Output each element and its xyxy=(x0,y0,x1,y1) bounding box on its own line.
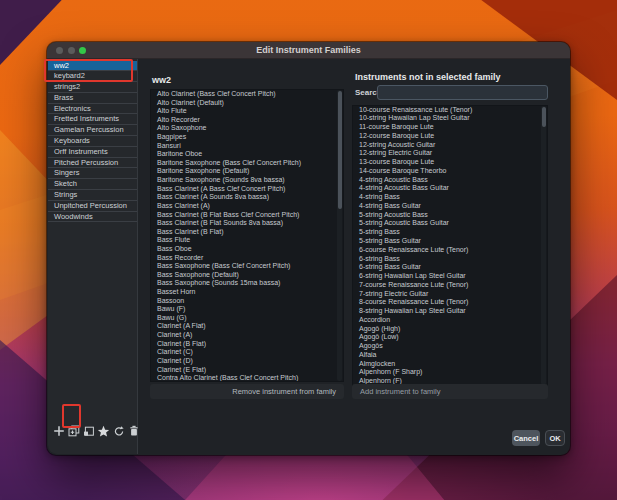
rename-icon xyxy=(83,425,95,437)
family-instrument-row[interactable]: Bass Saxophone (Sounds 15ma bassa) xyxy=(151,279,343,288)
zoom-button[interactable] xyxy=(79,47,86,54)
available-instrument-row[interactable]: 6-string Hawaiian Lap Steel Guitar xyxy=(353,272,547,281)
available-instrument-row[interactable]: 13-course Baroque Lute xyxy=(353,158,547,167)
available-instrument-row[interactable]: Accordion xyxy=(353,316,547,325)
family-list-item[interactable]: Gamelan Percussion xyxy=(48,125,137,136)
family-instrument-row[interactable]: Bass Flute xyxy=(151,236,343,245)
close-button[interactable] xyxy=(56,47,63,54)
family-instrument-row[interactable]: Alto Clarinet (Default) xyxy=(151,99,343,108)
family-list-item[interactable]: Fretted Instruments xyxy=(48,114,137,125)
available-instrument-row[interactable]: Agogô (High) xyxy=(353,325,547,334)
family-instrument-row[interactable]: Bansuri xyxy=(151,142,343,151)
family-list-item[interactable]: Singers xyxy=(48,168,137,179)
delete-family-button[interactable] xyxy=(127,423,140,439)
cancel-button[interactable]: Cancel xyxy=(512,430,540,446)
family-list-item[interactable]: Strings xyxy=(48,190,137,201)
ok-button[interactable]: OK xyxy=(545,430,565,446)
family-instrument-row[interactable]: Bass Saxophone (Default) xyxy=(151,271,343,280)
family-instrument-row[interactable]: Clarinet (C) xyxy=(151,348,343,357)
family-instrument-row[interactable]: Clarinet (D) xyxy=(151,357,343,366)
family-list-item[interactable]: Pitched Percussion xyxy=(48,158,137,169)
family-instrument-row[interactable]: Baritone Saxophone (Sounds 8va bassa) xyxy=(151,176,343,185)
available-instrument-row[interactable]: 10-course Renaissance Lute (Tenor) xyxy=(353,106,547,115)
available-instrument-row[interactable]: 12-string Electric Guitar xyxy=(353,149,547,158)
available-instrument-row[interactable]: 7-string Electric Guitar xyxy=(353,290,547,299)
family-instrument-row[interactable]: Alto Saxophone xyxy=(151,124,343,133)
available-instrument-row[interactable]: 6-string Bass Guitar xyxy=(353,263,547,272)
family-list-item[interactable]: Woodwinds xyxy=(48,212,137,223)
search-input[interactable] xyxy=(377,85,548,100)
family-instrument-row[interactable]: Alto Recorder xyxy=(151,116,343,125)
available-instrument-row[interactable]: 6-course Renaissance Lute (Tenor) xyxy=(353,246,547,255)
available-instrument-row[interactable]: 5-string Bass xyxy=(353,228,547,237)
available-instrument-row[interactable]: 6-string Bass xyxy=(353,255,547,264)
family-instrument-row[interactable]: Bass Clarinet (A Sounds 8va bassa) xyxy=(151,193,343,202)
scrollbar-thumb[interactable] xyxy=(338,91,342,209)
family-instrument-row[interactable]: Clarinet (A) xyxy=(151,331,343,340)
available-instrument-row[interactable]: 5-string Bass Guitar xyxy=(353,237,547,246)
available-instrument-row[interactable]: 5-string Acoustic Bass Guitar xyxy=(353,219,547,228)
family-instrument-row[interactable]: Basset Horn xyxy=(151,288,343,297)
available-instrument-row[interactable]: 4-string Acoustic Bass xyxy=(353,176,547,185)
family-instrument-row[interactable]: Clarinet (B Flat) xyxy=(151,340,343,349)
available-instrument-row[interactable]: 8-course Renaissance Lute (Tenor) xyxy=(353,298,547,307)
edit-instrument-families-dialog: Edit Instrument Families ww2keybard2stri… xyxy=(47,42,570,455)
available-instrument-row[interactable]: 14-course Baroque Theorbo xyxy=(353,167,547,176)
family-instrument-row[interactable]: Bass Clarinet (B Flat Bass Clef Concert … xyxy=(151,211,343,220)
family-list-item[interactable]: strings2 xyxy=(48,82,137,93)
family-instrument-row[interactable]: Clarinet (E Flat) xyxy=(151,366,343,375)
family-instrument-row[interactable]: Clarinet (A Flat) xyxy=(151,322,343,331)
family-instrument-row[interactable]: Contra Alto Clarinet (Bass Clef Concert … xyxy=(151,374,343,382)
available-instrument-row[interactable]: 4-string Bass xyxy=(353,193,547,202)
favorite-family-button[interactable] xyxy=(97,423,110,439)
family-instrument-row[interactable]: Baritone Saxophone (Bass Clef Concert Pi… xyxy=(151,159,343,168)
available-instrument-row[interactable]: 7-course Renaissance Lute (Tenor) xyxy=(353,281,547,290)
families-list: ww2keybard2strings2BrassElectronicsFrett… xyxy=(48,61,137,223)
minimize-button[interactable] xyxy=(68,47,75,54)
titlebar: Edit Instrument Families xyxy=(47,42,570,59)
reset-families-button[interactable] xyxy=(112,423,125,439)
available-instrument-row[interactable]: 10-string Hawaiian Lap Steel Guitar xyxy=(353,114,547,123)
available-instrument-row[interactable]: 4-string Acoustic Bass Guitar xyxy=(353,184,547,193)
available-instrument-row[interactable]: 12-string Acoustic Guitar xyxy=(353,141,547,150)
reset-icon xyxy=(113,425,125,437)
family-instrument-row[interactable]: Bawu (F) xyxy=(151,305,343,314)
available-instrument-row[interactable]: 12-course Baroque Lute xyxy=(353,132,547,141)
family-instrument-row[interactable]: Bawu (G) xyxy=(151,314,343,323)
family-instrument-row[interactable]: Bass Oboe xyxy=(151,245,343,254)
family-list-item[interactable]: Sketch xyxy=(48,179,137,190)
available-instrument-row[interactable]: Alpenhorn (F Sharp) xyxy=(353,368,547,377)
family-instrument-row[interactable]: Bagpipes xyxy=(151,133,343,142)
family-instrument-row[interactable]: Bass Saxophone (Bass Clef Concert Pitch) xyxy=(151,262,343,271)
family-list-item[interactable]: Orff Instruments xyxy=(48,147,137,158)
available-instrument-row[interactable]: Agogô (Low) xyxy=(353,333,547,342)
available-instrument-row[interactable]: Alfaia xyxy=(353,351,547,360)
family-instrument-row[interactable]: Baritone Saxophone (Default) xyxy=(151,167,343,176)
remove-instrument-button[interactable]: Remove instrument from family xyxy=(150,384,344,399)
available-instrument-row[interactable]: 11-course Baroque Lute xyxy=(353,123,547,132)
available-instrument-row[interactable]: Agogôs xyxy=(353,342,547,351)
scrollbar-thumb[interactable] xyxy=(542,107,546,127)
family-instrument-row[interactable]: Alto Flute xyxy=(151,107,343,116)
family-instrument-row[interactable]: Bass Clarinet (B Flat Sounds 8va bassa) xyxy=(151,219,343,228)
family-instrument-row[interactable]: Bass Clarinet (A) xyxy=(151,202,343,211)
available-instrument-row[interactable]: 8-string Hawaiian Lap Steel Guitar xyxy=(353,307,547,316)
family-list-item[interactable]: Brass xyxy=(48,93,137,104)
family-instrument-row[interactable]: Baritone Oboe xyxy=(151,150,343,159)
family-instrument-row[interactable]: Alto Clarinet (Bass Clef Concert Pitch) xyxy=(151,90,343,99)
family-instrument-row[interactable]: Bassoon xyxy=(151,297,343,306)
available-instrument-row[interactable]: 5-string Acoustic Bass xyxy=(353,211,547,220)
rename-family-button[interactable] xyxy=(82,423,95,439)
family-instrument-row[interactable]: Bass Recorder xyxy=(151,254,343,263)
available-instrument-row[interactable]: Almglocken xyxy=(353,360,547,369)
family-list-scrollbar[interactable] xyxy=(337,90,342,381)
family-list-item[interactable]: Electronics xyxy=(48,104,137,115)
family-list-item[interactable]: Keyboards xyxy=(48,136,137,147)
family-instrument-row[interactable]: Bass Clarinet (A Bass Clef Concert Pitch… xyxy=(151,185,343,194)
family-list-item[interactable]: Unpitched Percussion xyxy=(48,201,137,212)
family-instrument-row[interactable]: Bass Clarinet (B Flat) xyxy=(151,228,343,237)
available-panel-title: Instruments not in selected family xyxy=(355,72,501,82)
available-instrument-row[interactable]: 4-string Bass Guitar xyxy=(353,202,547,211)
available-list-scrollbar[interactable] xyxy=(541,106,546,385)
add-instrument-button[interactable]: Add instrument to family xyxy=(352,384,548,399)
